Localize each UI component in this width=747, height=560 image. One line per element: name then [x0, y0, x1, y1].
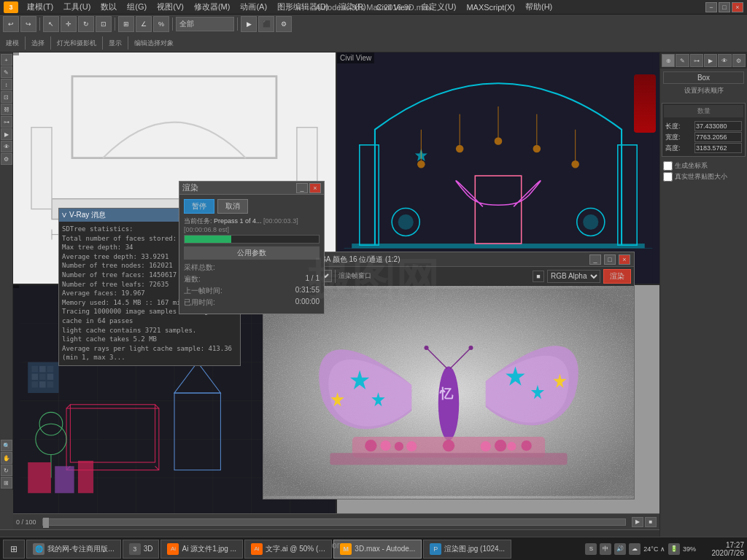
lt-utilities[interactable]: ⚙: [1, 153, 12, 165]
taskbar-item-1[interactable]: 3 3D: [123, 540, 160, 559]
lt-motion[interactable]: ▶: [1, 128, 12, 140]
taskbar-item-4[interactable]: M 3D.max - Autode...: [333, 540, 422, 559]
render-win-close[interactable]: ×: [619, 254, 630, 265]
start-button[interactable]: ⊞: [3, 540, 25, 559]
menu-tools[interactable]: 工具(U): [59, 0, 95, 14]
timeline-slider[interactable]: [43, 518, 49, 528]
quick-render-button[interactable]: ⬛: [258, 16, 274, 32]
render-buttons: ▶ ⬛ ⚙: [241, 16, 292, 32]
progress-dialog-content: 暂停 取消 当前任务: Prepass 1 of 4... [00:00:03.…: [179, 195, 324, 314]
undo-button[interactable]: ↩: [3, 16, 19, 32]
taskbar-item-3[interactable]: Ai 文字.ai @ 50% (…: [244, 540, 332, 559]
rp-tab-create[interactable]: ⊕: [662, 54, 675, 67]
lt-orbit[interactable]: ↻: [1, 464, 12, 476]
svg-rect-61: [47, 374, 53, 380]
rp-tab-display[interactable]: 👁: [718, 54, 731, 67]
svg-point-95: [365, 440, 376, 451]
render-settings-button[interactable]: ⚙: [276, 16, 292, 32]
lt-link[interactable]: ⛓: [1, 104, 12, 115]
stop-button[interactable]: ■: [645, 517, 657, 527]
menu-group[interactable]: 数以: [96, 0, 121, 14]
svg-point-83: [424, 346, 428, 350]
rotate-button[interactable]: ↻: [78, 16, 94, 32]
rp-tab-hierarchy[interactable]: ⊶: [690, 54, 703, 67]
lt-fov[interactable]: ⊞: [1, 477, 12, 489]
menu-modeling[interactable]: 建模(T): [23, 0, 58, 14]
taskbar-item-0[interactable]: 🌐 我的网-专注商用版...: [26, 540, 121, 559]
svg-rect-94: [330, 453, 567, 464]
svg-point-23: [495, 137, 503, 145]
scale-button[interactable]: ⊡: [96, 16, 112, 32]
play-button[interactable]: ▶: [632, 517, 643, 527]
snap-button[interactable]: ⊞: [118, 16, 134, 32]
object-type-display: Box: [663, 71, 744, 84]
vray-log-line-11: light cache contains 3721 samples.: [62, 326, 237, 335]
maximize-button[interactable]: □: [719, 2, 730, 12]
tray-input-icon[interactable]: 中: [600, 543, 611, 555]
close-button[interactable]: ×: [732, 2, 743, 12]
rp-tab-modify[interactable]: ✎: [676, 54, 689, 67]
selection-filter[interactable]: 全部: [176, 17, 234, 31]
taskbar-item-2[interactable]: Ai Ai 源文件1.jpg ...: [160, 540, 242, 559]
rp-width-row: 宽度:: [665, 132, 742, 142]
taskbar-icon-2: Ai: [167, 543, 179, 555]
taskbar-item-5[interactable]: P 渲染图.jpg (1024...: [423, 540, 511, 559]
svg-rect-62: [32, 381, 38, 387]
rp-checkbox-realworld[interactable]: [663, 172, 673, 182]
menu-cloud[interactable]: 帮助(H): [521, 0, 557, 14]
rp-height-input[interactable]: [694, 143, 742, 153]
lt-zoom[interactable]: 🔍: [1, 440, 12, 451]
lt-modify[interactable]: ✎: [1, 66, 12, 78]
right-panel: ⊕ ✎ ⊶ ▶ 👁 ⚙ Box 设置列表顺序 数量 长度: 宽度:: [659, 52, 747, 548]
tray-network-icon[interactable]: S: [585, 543, 597, 555]
select-button[interactable]: ↖: [43, 16, 59, 32]
render-scene-button[interactable]: ▶: [241, 16, 257, 32]
app-logo: 3: [4, 1, 18, 13]
menu-graph-editors[interactable]: 动画(A): [236, 0, 271, 14]
render-toolbar-right: ■ RGB Alpha 渲染: [533, 269, 631, 284]
lt-display[interactable]: 👁: [1, 141, 12, 152]
timeline-track[interactable]: [42, 518, 626, 526]
rp-checkbox-coords[interactable]: [663, 161, 673, 171]
lt-select[interactable]: ⊡: [1, 91, 12, 103]
rp-tab-utilities[interactable]: ⚙: [732, 54, 746, 67]
progress-pause-btn[interactable]: 暂停: [184, 199, 214, 214]
render-tb-sep: [335, 270, 336, 283]
vp-tr-label: Civil View: [337, 52, 374, 63]
render-win-minimize[interactable]: _: [589, 254, 601, 265]
rp-width-input[interactable]: [694, 132, 742, 142]
viewport-top-right[interactable]: Civil View: [337, 52, 659, 284]
menu-animation[interactable]: 修改器(M): [190, 0, 235, 14]
rp-length-input[interactable]: [694, 121, 742, 131]
progress-cancel-btn[interactable]: 取消: [217, 199, 248, 214]
progress-close[interactable]: ×: [309, 183, 321, 193]
lt-hierarchy[interactable]: ⊶: [1, 116, 12, 128]
svg-rect-60: [39, 374, 45, 380]
menu-views[interactable]: 组(G): [123, 0, 151, 14]
progress-passes-value: 1 / 1: [306, 274, 320, 284]
lt-pan[interactable]: ✋: [1, 452, 12, 464]
menu-help[interactable]: MAXScript(X): [462, 1, 519, 13]
svg-point-21: [456, 145, 464, 153]
toolbar-label-2: 选择: [28, 39, 47, 48]
tb-sep-5: [25, 36, 26, 50]
svg-point-81: [438, 366, 459, 440]
render-btn[interactable]: 渲染: [603, 269, 631, 284]
angle-snap-button[interactable]: ∠: [136, 16, 152, 32]
minimize-button[interactable]: −: [705, 2, 717, 12]
lt-create[interactable]: +: [1, 54, 12, 66]
progress-samples-label: 采样总数:: [184, 262, 215, 273]
tray-volume-icon[interactable]: 🔊: [614, 543, 626, 555]
rp-tab-motion[interactable]: ▶: [704, 54, 717, 67]
lt-move[interactable]: ↕: [1, 79, 12, 90]
menu-modifiers[interactable]: 视图(V): [152, 0, 188, 14]
taskbar-label-2: Ai 源文件1.jpg ...: [182, 544, 236, 554]
redo-button[interactable]: ↪: [20, 16, 36, 32]
render-channel-selector[interactable]: RGB Alpha: [547, 270, 600, 283]
percent-snap-button[interactable]: %: [153, 16, 169, 32]
render-win-maximize[interactable]: □: [604, 254, 616, 265]
tb-sep-4: [237, 18, 238, 31]
move-button[interactable]: ✛: [61, 16, 77, 32]
taskbar-clock[interactable]: 17:27 2020/7/26: [712, 541, 745, 557]
progress-minimize[interactable]: _: [296, 183, 308, 193]
